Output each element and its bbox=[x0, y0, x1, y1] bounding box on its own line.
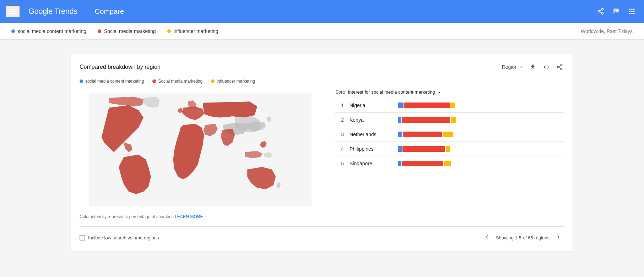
legend-row: social media content marketing Social me… bbox=[80, 79, 564, 84]
svg-point-0 bbox=[602, 9, 604, 10]
bar-segment bbox=[398, 132, 402, 137]
section-share-icon bbox=[557, 64, 563, 70]
rank-country: Nigeria bbox=[350, 103, 392, 108]
legend-item-2: Social media marketing bbox=[152, 79, 202, 84]
sort-dropdown[interactable]: Interest for social media content market… bbox=[348, 89, 442, 95]
table-row: 2Kenya bbox=[335, 112, 564, 127]
rank-bars bbox=[398, 132, 564, 137]
learn-more-link[interactable]: LEARN MORE bbox=[175, 214, 203, 219]
bar-segment bbox=[402, 161, 443, 166]
main-content: Compared breakdown by region Region bbox=[0, 40, 644, 259]
card-footer: Include low search volume regions Showin… bbox=[80, 226, 564, 243]
bar-segment bbox=[404, 103, 450, 108]
table-row: 4Philippines bbox=[335, 142, 564, 156]
svg-point-2 bbox=[602, 12, 604, 14]
world-map bbox=[85, 93, 316, 206]
sort-chevron-icon bbox=[437, 90, 442, 95]
svg-point-1 bbox=[598, 11, 600, 12]
rank-number: 4 bbox=[335, 146, 344, 152]
menu-button[interactable] bbox=[6, 5, 20, 17]
rank-number: 1 bbox=[335, 103, 344, 108]
bar-segment bbox=[451, 117, 456, 123]
table-row: 3Netherlands bbox=[335, 127, 564, 142]
svg-rect-12 bbox=[631, 11, 632, 12]
pagination: Showing 1-5 of 65 regions bbox=[481, 232, 564, 243]
location-time-label: Worldwide, Past 7 days bbox=[581, 28, 633, 34]
share-button[interactable] bbox=[594, 5, 607, 18]
chevron-down-icon bbox=[519, 65, 524, 70]
rank-country: Netherlands bbox=[350, 132, 392, 137]
low-volume-checkbox[interactable] bbox=[80, 235, 85, 240]
rankings-container: 1Nigeria2Kenya3Netherlands4Philippines5S… bbox=[335, 98, 564, 171]
pagination-prev-button[interactable] bbox=[481, 232, 493, 243]
svg-rect-10 bbox=[633, 9, 634, 10]
term-dot-1 bbox=[11, 29, 15, 33]
content-area: Color intensity represents percentage of… bbox=[80, 89, 564, 219]
pagination-next-button[interactable] bbox=[552, 232, 564, 243]
svg-point-17 bbox=[561, 65, 562, 66]
download-button[interactable] bbox=[528, 62, 537, 72]
bar-segment bbox=[402, 117, 450, 123]
map-area: Color intensity represents percentage of… bbox=[80, 89, 321, 219]
apps-icon bbox=[628, 8, 635, 15]
svg-rect-5 bbox=[614, 9, 618, 12]
term-item-3: influencer marketing bbox=[167, 28, 218, 34]
page-title-header: Compare bbox=[95, 7, 124, 16]
embed-button[interactable] bbox=[542, 62, 551, 72]
rank-number: 2 bbox=[335, 117, 344, 123]
svg-rect-9 bbox=[631, 9, 632, 10]
table-row: 1Nigeria bbox=[335, 98, 564, 112]
terms-bar: social media content marketing Social me… bbox=[0, 23, 644, 40]
bar-segment bbox=[446, 146, 450, 152]
pagination-text: Showing 1-5 of 65 regions bbox=[496, 235, 550, 240]
svg-rect-16 bbox=[633, 13, 634, 14]
apps-button[interactable] bbox=[626, 5, 638, 18]
card-controls: Region bbox=[502, 62, 564, 72]
header-divider bbox=[86, 6, 86, 17]
embed-icon bbox=[543, 64, 550, 70]
svg-line-21 bbox=[559, 66, 561, 67]
svg-line-4 bbox=[600, 10, 602, 11]
rank-number: 5 bbox=[335, 161, 344, 166]
svg-rect-14 bbox=[629, 13, 631, 14]
legend-item-3: influencer marketing bbox=[211, 79, 255, 84]
rank-bars bbox=[398, 161, 564, 166]
share-icon bbox=[597, 8, 604, 15]
svg-rect-13 bbox=[633, 11, 634, 12]
term-dot-3 bbox=[167, 29, 171, 33]
rank-bars bbox=[398, 146, 564, 152]
svg-rect-8 bbox=[629, 9, 631, 10]
map-caption: Color intensity represents percentage of… bbox=[80, 214, 321, 219]
sort-row: Sort: Interest for social media content … bbox=[335, 89, 564, 95]
feedback-icon: ! bbox=[613, 8, 620, 15]
app-logo: Google Trends bbox=[28, 7, 77, 16]
region-breakdown-card: Compared breakdown by region Region bbox=[71, 54, 573, 251]
bar-segment bbox=[398, 103, 403, 108]
download-icon bbox=[530, 64, 536, 70]
svg-text:!: ! bbox=[615, 10, 616, 12]
legend-dot-2 bbox=[152, 79, 156, 83]
svg-line-20 bbox=[559, 67, 561, 68]
term-item-1: social media content marketing bbox=[11, 28, 86, 34]
rankings-area: Sort: Interest for social media content … bbox=[335, 89, 564, 219]
bar-segment bbox=[398, 117, 401, 123]
region-dropdown[interactable]: Region bbox=[502, 64, 524, 70]
feedback-button[interactable]: ! bbox=[610, 5, 623, 18]
bar-segment bbox=[443, 132, 453, 137]
legend-item-1: social media content marketing bbox=[80, 79, 144, 84]
term-item-2: Social media marketing bbox=[98, 28, 156, 34]
low-volume-checkbox-label[interactable]: Include low search volume regions bbox=[80, 235, 159, 240]
section-share-button[interactable] bbox=[555, 62, 564, 72]
header-actions: ! bbox=[594, 5, 638, 18]
legend-dot-3 bbox=[211, 79, 215, 83]
card-header: Compared breakdown by region Region bbox=[80, 62, 564, 72]
svg-line-3 bbox=[600, 12, 602, 13]
bar-segment bbox=[450, 103, 455, 108]
term-dot-2 bbox=[98, 29, 101, 33]
bar-segment bbox=[444, 161, 451, 166]
rank-bars bbox=[398, 117, 564, 123]
svg-point-19 bbox=[561, 68, 562, 70]
chevron-left-icon bbox=[484, 234, 490, 240]
card-title: Compared breakdown by region bbox=[80, 64, 161, 70]
rank-number: 3 bbox=[335, 132, 344, 137]
